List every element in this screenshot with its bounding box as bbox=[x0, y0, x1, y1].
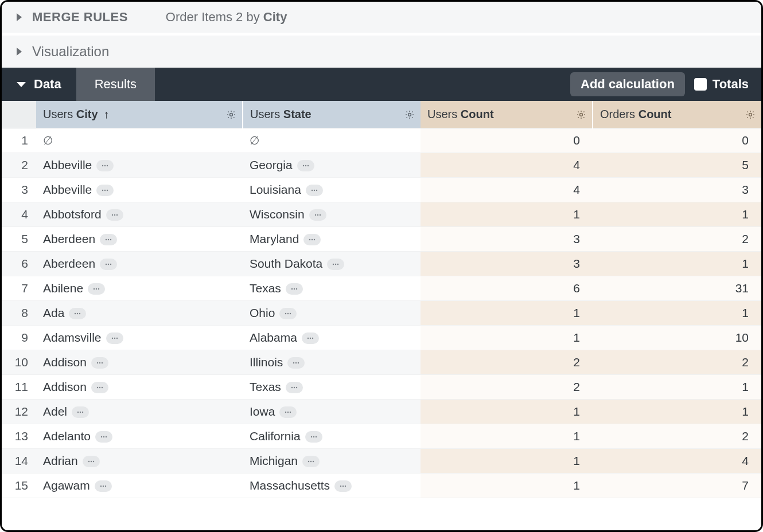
cell-orders-count[interactable]: 1 bbox=[593, 400, 761, 424]
ellipsis-icon[interactable] bbox=[297, 160, 314, 171]
header-users-count[interactable]: Users Count bbox=[421, 101, 593, 128]
totals-toggle[interactable]: Totals bbox=[691, 68, 761, 101]
ellipsis-icon[interactable] bbox=[334, 480, 352, 492]
ellipsis-icon[interactable] bbox=[306, 185, 323, 196]
cell-state[interactable]: Massachusetts bbox=[243, 474, 421, 498]
cell-orders-count[interactable]: 1 bbox=[593, 301, 761, 326]
cell-state[interactable]: Texas bbox=[243, 276, 421, 301]
ellipsis-icon[interactable] bbox=[106, 332, 123, 344]
ellipsis-icon[interactable] bbox=[83, 456, 100, 467]
gear-icon[interactable] bbox=[576, 109, 586, 120]
gear-icon[interactable] bbox=[226, 109, 236, 120]
cell-orders-count[interactable]: 1 bbox=[593, 375, 761, 400]
ellipsis-icon[interactable] bbox=[100, 259, 117, 270]
header-orders-count[interactable]: Orders Count bbox=[593, 101, 761, 128]
cell-city[interactable]: Adrian bbox=[36, 449, 243, 474]
cell-city[interactable]: Adamsville bbox=[36, 326, 243, 350]
cell-state[interactable]: Ohio bbox=[243, 301, 421, 326]
cell-orders-count[interactable]: 2 bbox=[593, 424, 761, 449]
cell-users-count[interactable]: 1 bbox=[421, 326, 593, 350]
gear-icon[interactable] bbox=[404, 109, 415, 120]
header-users-city[interactable]: Users City ↑ bbox=[36, 101, 243, 128]
cell-city[interactable]: Abbotsford bbox=[36, 202, 243, 227]
gear-icon[interactable] bbox=[745, 109, 756, 120]
cell-state[interactable]: Texas bbox=[243, 375, 421, 400]
ellipsis-icon[interactable] bbox=[69, 308, 86, 319]
data-section-toggle[interactable]: Data bbox=[2, 68, 76, 101]
cell-orders-count[interactable]: 7 bbox=[593, 474, 761, 498]
cell-orders-count[interactable]: 2 bbox=[593, 227, 761, 252]
cell-users-count[interactable]: 3 bbox=[421, 252, 593, 276]
ellipsis-icon[interactable] bbox=[91, 382, 108, 393]
cell-state[interactable]: California bbox=[243, 424, 421, 449]
cell-state[interactable]: Illinois bbox=[243, 350, 421, 375]
cell-users-count[interactable]: 1 bbox=[421, 202, 593, 227]
cell-orders-count[interactable]: 1 bbox=[593, 252, 761, 276]
cell-orders-count[interactable]: 4 bbox=[593, 449, 761, 474]
ellipsis-icon[interactable] bbox=[302, 332, 319, 344]
add-calculation-button[interactable]: Add calculation bbox=[570, 72, 685, 96]
cell-city[interactable]: Ada bbox=[36, 301, 243, 326]
cell-city[interactable]: Addison bbox=[36, 350, 243, 375]
ellipsis-icon[interactable] bbox=[302, 456, 320, 467]
cell-city[interactable]: Abilene bbox=[36, 276, 243, 301]
cell-users-count[interactable]: 1 bbox=[421, 474, 593, 498]
header-users-state[interactable]: Users State bbox=[243, 101, 421, 128]
cell-orders-count[interactable]: 5 bbox=[593, 153, 761, 178]
cell-state[interactable]: Iowa bbox=[243, 400, 421, 424]
cell-state[interactable]: Alabama bbox=[243, 326, 421, 350]
cell-state[interactable]: Wisconsin bbox=[243, 202, 421, 227]
cell-users-count[interactable]: 1 bbox=[421, 400, 593, 424]
cell-users-count[interactable]: 1 bbox=[421, 449, 593, 474]
cell-users-count[interactable]: 2 bbox=[421, 375, 593, 400]
cell-state[interactable]: ∅ bbox=[243, 128, 421, 153]
ellipsis-icon[interactable] bbox=[309, 209, 326, 221]
cell-state[interactable]: Georgia bbox=[243, 153, 421, 178]
cell-city[interactable]: Addison bbox=[36, 375, 243, 400]
merge-rules-panel-header[interactable]: MERGE RULES Order Items 2 by City bbox=[2, 2, 761, 36]
ellipsis-icon[interactable] bbox=[279, 406, 297, 418]
ellipsis-icon[interactable] bbox=[91, 357, 108, 369]
ellipsis-icon[interactable] bbox=[72, 406, 89, 418]
cell-city[interactable]: ∅ bbox=[36, 128, 243, 153]
cell-users-count[interactable]: 6 bbox=[421, 276, 593, 301]
cell-orders-count[interactable]: 2 bbox=[593, 350, 761, 375]
cell-orders-count[interactable]: 3 bbox=[593, 178, 761, 202]
ellipsis-icon[interactable] bbox=[88, 283, 105, 295]
ellipsis-icon[interactable] bbox=[96, 185, 114, 196]
cell-users-count[interactable]: 0 bbox=[421, 128, 593, 153]
cell-orders-count[interactable]: 1 bbox=[593, 202, 761, 227]
cell-orders-count[interactable]: 10 bbox=[593, 326, 761, 350]
cell-users-count[interactable]: 1 bbox=[421, 301, 593, 326]
cell-users-count[interactable]: 4 bbox=[421, 153, 593, 178]
cell-city[interactable]: Aberdeen bbox=[36, 227, 243, 252]
cell-users-count[interactable]: 2 bbox=[421, 350, 593, 375]
cell-state[interactable]: South Dakota bbox=[243, 252, 421, 276]
tab-results[interactable]: Results bbox=[76, 68, 155, 101]
ellipsis-icon[interactable] bbox=[327, 259, 344, 270]
ellipsis-icon[interactable] bbox=[287, 357, 305, 369]
cell-users-count[interactable]: 1 bbox=[421, 424, 593, 449]
cell-city[interactable]: Agawam bbox=[36, 474, 243, 498]
ellipsis-icon[interactable] bbox=[95, 431, 112, 443]
ellipsis-icon[interactable] bbox=[286, 283, 303, 295]
cell-orders-count[interactable]: 0 bbox=[593, 128, 761, 153]
cell-state[interactable]: Maryland bbox=[243, 227, 421, 252]
ellipsis-icon[interactable] bbox=[305, 431, 322, 443]
cell-state[interactable]: Michigan bbox=[243, 449, 421, 474]
cell-city[interactable]: Adelanto bbox=[36, 424, 243, 449]
checkbox-icon[interactable] bbox=[694, 78, 707, 91]
cell-state[interactable]: Louisiana bbox=[243, 178, 421, 202]
ellipsis-icon[interactable] bbox=[303, 234, 321, 245]
ellipsis-icon[interactable] bbox=[95, 480, 112, 492]
cell-city[interactable]: Aberdeen bbox=[36, 252, 243, 276]
ellipsis-icon[interactable] bbox=[286, 382, 303, 393]
cell-users-count[interactable]: 3 bbox=[421, 227, 593, 252]
cell-city[interactable]: Abbeville bbox=[36, 178, 243, 202]
ellipsis-icon[interactable] bbox=[279, 308, 297, 319]
cell-city[interactable]: Adel bbox=[36, 400, 243, 424]
ellipsis-icon[interactable] bbox=[100, 234, 117, 245]
ellipsis-icon[interactable] bbox=[96, 160, 114, 171]
cell-orders-count[interactable]: 31 bbox=[593, 276, 761, 301]
cell-users-count[interactable]: 4 bbox=[421, 178, 593, 202]
